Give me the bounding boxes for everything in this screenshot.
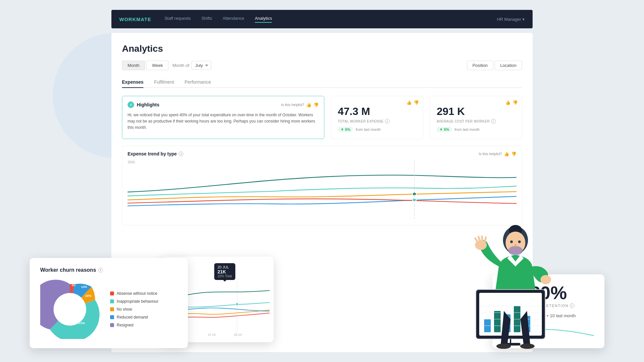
nav-attendance[interactable]: Attendance [222,16,244,23]
retention-label: WORKER RETENTION i [503,303,594,308]
thumbup-btn[interactable]: 👍 [306,102,311,107]
legend-dot-resigned [110,323,114,327]
stat1-thumbdown[interactable]: 👎 [414,100,419,105]
stat-total-expense-value: 47.3 M [338,105,416,118]
month-select[interactable]: July [191,61,211,70]
stat-helpful-2: 👍 👎 [505,100,518,105]
legend-inappropriate: Inappropriate behaviour [110,299,159,304]
churn-title: Worker churn reasons i [40,267,177,273]
legend-label-noshow: No show [117,307,132,312]
pct-resigned: 40% [55,308,62,312]
stat2-thumbup[interactable]: 👍 [505,100,511,105]
retention-card: 80% WORKER RETENTION i ↑ 10% + 10 last m… [492,274,604,348]
trend-helpful: Is this helpful? 👍 👎 [479,152,516,156]
stat-total-expense-badge: ▼ 6% from last month [338,126,416,132]
stat-helpful-1: 👍 👎 [406,100,419,105]
donut-chart: 40% 23% 18% 13% 6% [40,280,100,339]
x-label-13jul: 13 Jul [208,333,216,336]
tooltip-value: 21K [218,269,232,274]
highlights-title: ✓ Highlights [128,101,159,108]
donut-svg: 40% 23% 18% 13% 6% [40,280,100,339]
highlights-icon: ✓ [128,101,134,108]
legend-dot-noshow [110,307,114,311]
helpful-btns: Is this helpful? 👍 👎 [281,102,319,107]
legend-absense: Absense without notice [110,291,159,296]
legend-dot-reduced [110,315,114,319]
tabs: Expenses Fulfilment Performance [122,77,522,88]
trend-info-icon[interactable]: i [179,152,183,156]
retention-arc [503,324,594,338]
retention-percentage: 80% [503,284,594,302]
stat-total-expense-label: TOTAL WORKER EXPENSE i [338,119,416,124]
highlights-header: ✓ Highlights Is this helpful? 👍 👎 [128,101,319,108]
retention-badge: ↑ 10% [521,312,541,319]
legend-reduced: Reduced demand [110,315,159,320]
trend-section: Expense trend by type i Is this helpful?… [122,146,522,225]
tab-expenses[interactable]: Expenses [122,77,143,88]
legend-dot-inappropriate [110,299,114,303]
tab-performance[interactable]: Performance [185,77,211,88]
churn-info-icon[interactable]: i [98,268,103,272]
nav-shifts[interactable]: Shifts [201,16,212,23]
trend-thumbdown[interactable]: 👎 [511,152,516,156]
filter-month-btn[interactable]: Month [122,61,145,70]
trend-thumbup[interactable]: 👍 [504,152,509,156]
stat2-badge: ▼ 6% [437,127,452,132]
page-title: Analytics [122,43,522,54]
nav-links: Staff requests Shifts Attendance Analyti… [164,16,497,23]
x-label-20jul: 20 Jul [234,333,242,336]
brand-logo[interactable]: WORKMATE [119,16,151,22]
user-name: HR Manager [497,17,521,22]
stat1-thumbup[interactable]: 👍 [406,100,412,105]
stat-avg-cost-badge: ▼ 6% from last month [437,126,515,132]
pct-absense: 6% [72,284,76,287]
retention-info-icon[interactable]: i [570,303,574,308]
position-filter-btn[interactable]: Position [467,61,493,70]
thumbdown-btn[interactable]: 👎 [313,102,319,107]
user-menu[interactable]: HR Manager ▾ [497,17,525,22]
nav-staff-requests[interactable]: Staff requests [164,16,191,23]
retention-last-month: + 10 last month [546,313,575,318]
legend-noshow: No show [110,307,159,312]
brand-w: W [119,16,124,22]
churn-card: Worker churn reasons i [30,258,188,348]
legend-label-inappropriate: Inappropriate behaviour [117,299,159,304]
churn-content: 40% 23% 18% 13% 6% Absense without notic… [40,280,177,339]
brand-rest: ORKMATE [124,16,151,22]
stat-card-avg-cost: 👍 👎 291 K AVERAGE COST PER WORKER i ▼ 6%… [430,96,522,139]
trend-header: Expense trend by type i Is this helpful?… [128,151,516,156]
info-icon-1[interactable]: i [385,119,390,124]
retention-metrics: ↑ 10% + 10 last month [503,312,594,319]
highlights-text: Hi, we noticed that you spent 40% of you… [128,112,319,131]
filter-week-btn[interactable]: Week [146,61,168,70]
stat2-from: from last month [454,127,480,131]
trend-chart: 300K [128,160,516,220]
location-filter-btn[interactable]: Location [495,61,522,70]
trend-title: Expense trend by type i [128,151,183,156]
churn-legend: Absense without notice Inappropriate beh… [110,291,159,327]
stat-avg-cost-value: 291 K [437,105,515,118]
filter-right: Position Location [467,61,522,70]
chart-y-label: 300K [128,160,135,164]
tab-fulfilment[interactable]: Fulfilment [154,77,174,88]
stat1-badge: ▼ 6% [338,127,353,132]
legend-label-absense: Absense without notice [117,291,157,296]
pct-inappropriate: 23% [78,321,85,325]
navbar: WORKMATE Staff requests Shifts Attendanc… [111,10,533,28]
info-icon-2[interactable]: i [491,119,496,124]
stat2-thumbdown[interactable]: 👎 [512,100,518,105]
legend-resigned: Resigned [110,323,159,327]
tooltip-date: 20 JUL [218,265,232,269]
stat1-from: from last month [356,127,381,131]
trend-chart-svg [128,160,516,220]
legend-label-reduced: Reduced demand [117,315,148,320]
highlights-card: ✓ Highlights Is this helpful? 👍 👎 Hi, we… [122,96,324,139]
pct-reduced: 13% [81,285,87,289]
legend-label-resigned: Resigned [117,323,133,327]
legend-dot-absense [110,292,114,295]
stat-avg-cost-label: AVERAGE COST PER WORKER i [437,119,515,124]
stat-card-total-expense: 👍 👎 47.3 M TOTAL WORKER EXPENSE i ▼ 6% f… [331,96,423,139]
nav-analytics[interactable]: Analytics [255,16,272,23]
chart-tooltip: 20 JUL 21K 10% Total [214,263,235,280]
tooltip-pct: 10% Total [218,274,232,278]
